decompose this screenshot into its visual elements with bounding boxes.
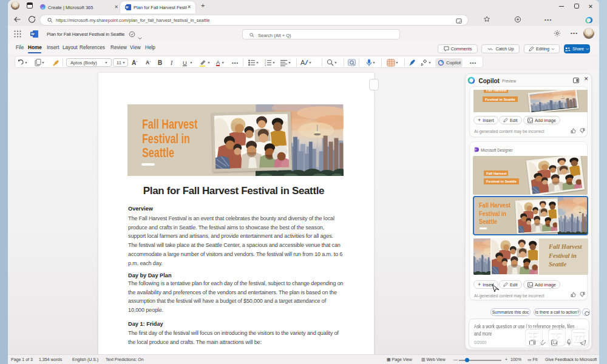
svg-text:W: W [31, 32, 35, 36]
svg-text:A: A [300, 59, 305, 66]
svg-text:3: 3 [265, 63, 266, 66]
svg-text:z h i d x . c o m: z h i d x . c o m [526, 348, 593, 352]
